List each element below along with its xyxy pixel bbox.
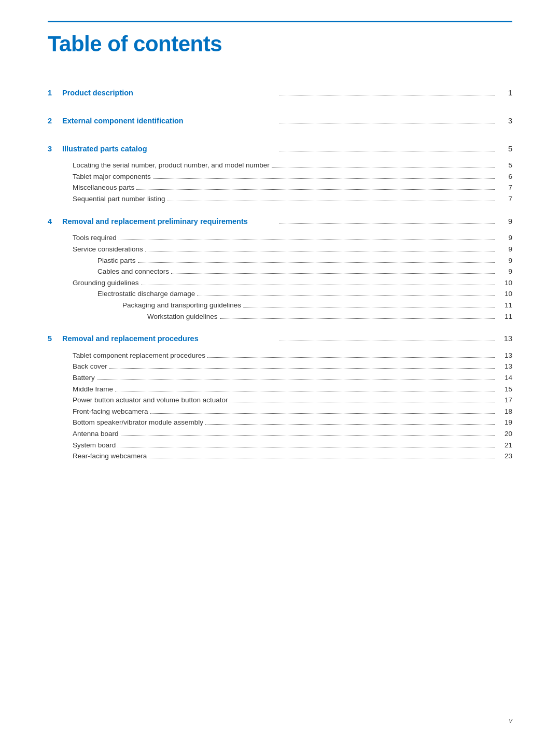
toc-entry: Middle frame 15 xyxy=(48,384,512,395)
entry-title: Electrostatic discharge damage xyxy=(97,288,195,300)
entry-page: 10 xyxy=(497,288,512,300)
entry-title: Sequential part number listing xyxy=(73,193,165,205)
entry-title: Plastic parts xyxy=(97,255,136,266)
entry-title: Bottom speaker/vibrator module assembly xyxy=(73,417,203,428)
section-num-2: 2 xyxy=(48,116,62,127)
toc-container: 1 Product description 12 External compon… xyxy=(48,88,512,462)
toc-entry: Bottom speaker/vibrator module assembly … xyxy=(48,417,512,428)
entry-dots xyxy=(145,251,495,251)
entry-dots xyxy=(207,357,495,358)
toc-entry: Electrostatic discharge damage 10 xyxy=(48,288,512,300)
entry-page: 5 xyxy=(497,160,512,171)
section-num-3: 3 xyxy=(48,144,62,155)
toc-entry: Miscellaneous parts 7 xyxy=(48,182,512,193)
entry-page: 13 xyxy=(497,361,512,372)
entry-page: 11 xyxy=(497,300,512,311)
entry-page: 18 xyxy=(497,406,512,417)
entry-dots xyxy=(118,447,495,447)
entry-title: Antenna board xyxy=(73,428,119,440)
toc-entry: Packaging and transporting guidelines 11 xyxy=(48,300,512,311)
toc-section-header-2: 2 External component identification 3 xyxy=(48,116,512,127)
entry-page: 9 xyxy=(497,266,512,277)
toc-entry: Locating the serial number, product numb… xyxy=(48,160,512,171)
entry-title: Rear-facing webcamera xyxy=(73,451,147,462)
entry-page: 11 xyxy=(497,311,512,322)
entry-page: 14 xyxy=(497,372,512,384)
section-num-1: 1 xyxy=(48,88,62,99)
entry-dots xyxy=(197,296,495,296)
entry-title: Front-facing webcamera xyxy=(73,406,148,417)
section-title-4: Removal and replacement preliminary requ… xyxy=(62,216,277,228)
entry-title: Cables and connectors xyxy=(97,266,169,277)
top-rule xyxy=(48,21,512,22)
entry-page: 21 xyxy=(497,440,512,451)
entry-title: Middle frame xyxy=(73,384,113,395)
entry-title: Workstation guidelines xyxy=(147,311,218,322)
entry-page: 17 xyxy=(497,395,512,406)
section-num-5: 5 xyxy=(48,333,62,345)
entry-title: Power button actuator and volume button … xyxy=(73,395,228,406)
section-num-4: 4 xyxy=(48,216,62,228)
toc-entry: Tablet component replacement procedures … xyxy=(48,350,512,361)
entry-dots xyxy=(119,240,495,240)
toc-entry: Sequential part number listing 7 xyxy=(48,193,512,205)
entry-title: Back cover xyxy=(73,361,107,372)
section-title-3: Illustrated parts catalog xyxy=(62,144,277,155)
toc-entry: Service considerations 9 xyxy=(48,244,512,255)
toc-section-header-3: 3 Illustrated parts catalog 5 xyxy=(48,144,512,155)
entry-page: 6 xyxy=(497,171,512,182)
entry-title: Tools required xyxy=(73,232,117,244)
entry-dots xyxy=(97,379,495,380)
section-title-2: External component identification xyxy=(62,116,277,127)
toc-entry: Power button actuator and volume button … xyxy=(48,395,512,406)
section-title-1: Product description xyxy=(62,88,277,99)
entry-dots xyxy=(171,273,495,274)
entry-title: Miscellaneous parts xyxy=(73,182,134,193)
entry-dots xyxy=(138,262,495,263)
toc-entry: Antenna board 20 xyxy=(48,428,512,440)
section-page-1: 1 xyxy=(497,88,512,99)
entry-page: 7 xyxy=(497,193,512,205)
toc-entry: Workstation guidelines 11 xyxy=(48,311,512,322)
toc-entry: Plastic parts 9 xyxy=(48,255,512,266)
footer-page-number: v xyxy=(509,716,513,724)
entry-page: 9 xyxy=(497,255,512,266)
toc-entry: Front-facing webcamera 18 xyxy=(48,406,512,417)
toc-entry: Tablet major components 6 xyxy=(48,171,512,182)
toc-entry: System board 21 xyxy=(48,440,512,451)
entry-title: Battery xyxy=(73,372,95,384)
entry-dots xyxy=(205,424,495,425)
entry-dots xyxy=(243,307,495,307)
entry-page: 20 xyxy=(497,428,512,440)
entry-title: Tablet major components xyxy=(73,171,151,182)
entry-page: 9 xyxy=(497,244,512,255)
entry-title: Grounding guidelines xyxy=(73,277,139,289)
entry-page: 15 xyxy=(497,384,512,395)
entry-dots xyxy=(153,178,495,179)
toc-entry: Back cover 13 xyxy=(48,361,512,372)
section-page-4: 9 xyxy=(497,216,512,228)
entry-dots xyxy=(149,458,495,458)
page-title: Table of contents xyxy=(48,32,512,57)
section-dots-3 xyxy=(279,151,495,151)
entry-title: System board xyxy=(73,440,116,451)
entry-dots xyxy=(272,167,495,167)
entry-dots xyxy=(230,402,495,402)
entry-dots xyxy=(109,368,495,369)
toc-entry: Grounding guidelines 10 xyxy=(48,277,512,289)
section-page-5: 13 xyxy=(497,333,512,345)
toc-section-header-4: 4 Removal and replacement preliminary re… xyxy=(48,216,512,228)
entry-dots xyxy=(141,285,495,285)
entry-dots xyxy=(136,189,495,190)
entry-dots xyxy=(150,413,495,414)
entry-dots xyxy=(167,201,495,201)
section-page-3: 5 xyxy=(497,144,512,155)
section-dots-4 xyxy=(279,223,495,224)
toc-section-header-1: 1 Product description 1 xyxy=(48,88,512,99)
toc-entry: Tools required 9 xyxy=(48,232,512,244)
entry-page: 10 xyxy=(497,277,512,289)
entry-dots xyxy=(115,391,495,391)
toc-entry: Battery 14 xyxy=(48,372,512,384)
entry-dots xyxy=(121,435,495,436)
entry-page: 13 xyxy=(497,350,512,361)
